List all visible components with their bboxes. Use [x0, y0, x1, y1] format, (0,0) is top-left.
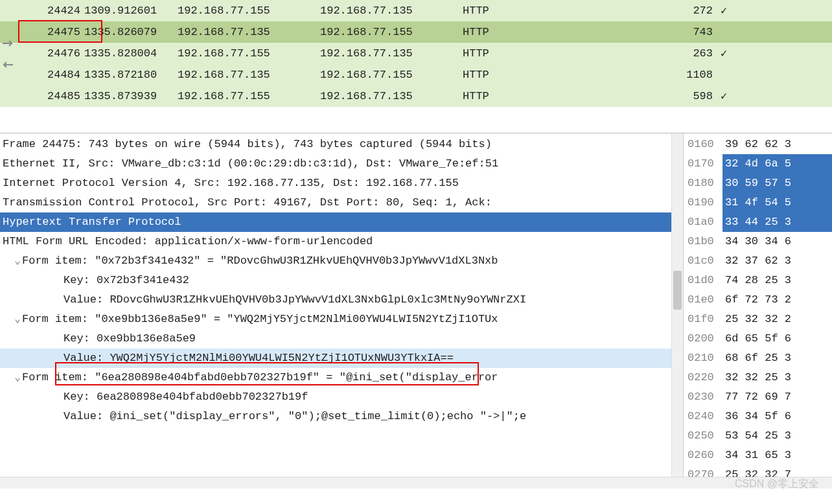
hex-row[interactable]: 027025 32 32 7 — [684, 465, 832, 477]
col-length: 272 — [640, 5, 713, 17]
chevron-down-icon[interactable]: ⌄ — [13, 310, 22, 329]
hex-offset: 0210 — [684, 349, 722, 368]
hex-bytes: 6f 72 73 2 — [722, 290, 832, 310]
hex-row[interactable]: 024036 34 5f 6 — [684, 407, 832, 426]
tree-key-1[interactable]: Key: 0x72b3f341e432 — [0, 271, 683, 290]
packet-row[interactable]: 244841335.872180192.168.77.135192.168.77… — [0, 64, 832, 86]
hex-offset: 0230 — [684, 387, 722, 407]
hex-bytes: 32 32 25 3 — [722, 368, 832, 387]
hex-row[interactable]: 021068 6f 25 3 — [684, 349, 832, 368]
hex-bytes: 74 28 25 3 — [722, 271, 832, 290]
check-icon: ✓ — [717, 5, 727, 17]
tree-eth[interactable]: ›Ethernet II, Src: VMware_db:c3:1d (00:0… — [0, 154, 683, 174]
tree-form-item-2[interactable]: ⌄Form item: "0xe9bb136e8a5e9" = "YWQ2MjY… — [0, 310, 683, 329]
packet-details-pane[interactable]: ›Frame 24475: 743 bytes on wire (5944 bi… — [0, 133, 684, 477]
chevron-down-icon[interactable]: ⌄ — [13, 251, 22, 271]
hex-row[interactable]: 025053 54 25 3 — [684, 426, 832, 446]
col-time: 1309.912601 — [80, 5, 174, 17]
hex-row[interactable]: 01a033 44 25 3 — [684, 212, 832, 232]
col-source: 192.168.77.155 — [174, 47, 316, 60]
hex-offset: 01f0 — [684, 310, 722, 329]
col-dest: 192.168.77.155 — [316, 26, 459, 38]
hex-offset: 0180 — [684, 174, 722, 193]
hex-bytes: 34 31 65 3 — [722, 446, 832, 465]
col-time: 1335.826079 — [80, 26, 174, 38]
col-dest: 192.168.77.155 — [316, 69, 459, 81]
col-dest: 192.168.77.135 — [316, 5, 459, 17]
col-source: 192.168.77.155 — [174, 90, 316, 102]
packet-list[interactable]: 244241309.912601192.168.77.155192.168.77… — [0, 0, 832, 107]
hex-offset: 0170 — [684, 154, 722, 174]
hex-offset: 0160 — [684, 135, 722, 154]
tree-http[interactable]: ›Hypertext Transfer Protocol — [0, 212, 683, 232]
hex-bytes: 25 32 32 2 — [722, 310, 832, 329]
tree-key-2[interactable]: Key: 0xe9bb136e8a5e9 — [0, 329, 683, 349]
check-icon: ✓ — [717, 91, 727, 103]
hex-bytes: 33 44 25 3 — [722, 212, 832, 232]
hex-row[interactable]: 023077 72 69 7 — [684, 387, 832, 407]
packet-row[interactable]: 244851335.873939192.168.77.155192.168.77… — [0, 86, 832, 107]
hex-offset: 0250 — [684, 426, 722, 446]
tree-frame[interactable]: ›Frame 24475: 743 bytes on wire (5944 bi… — [0, 135, 683, 154]
tree-form-encoded[interactable]: ⌄HTML Form URL Encoded: application/x-ww… — [0, 232, 683, 251]
arrow-right-icon — [1, 37, 14, 50]
hex-offset: 0220 — [684, 368, 722, 387]
hex-bytes: 30 59 57 5 — [722, 174, 832, 193]
hex-bytes: 32 37 62 3 — [722, 251, 832, 271]
hex-row[interactable]: 022032 32 25 3 — [684, 368, 832, 387]
hex-offset: 01e0 — [684, 290, 722, 310]
hex-offset: 01b0 — [684, 232, 722, 251]
col-dest: 192.168.77.135 — [316, 90, 459, 102]
col-info: ✓ — [713, 4, 832, 17]
hex-bytes: 25 32 32 7 — [722, 465, 832, 477]
hex-bytes: 34 30 34 6 — [722, 232, 832, 251]
hex-bytes: 77 72 69 7 — [722, 387, 832, 407]
tree-value-2[interactable]: Value: YWQ2MjY5YjctM2NlMi00YWU4LWI5N2YtZ… — [0, 349, 683, 368]
hex-row[interactable]: 01c032 37 62 3 — [684, 251, 832, 271]
arrow-left-icon — [1, 58, 14, 71]
packet-row[interactable]: 244241309.912601192.168.77.155192.168.77… — [0, 0, 832, 21]
hex-row[interactable]: 01e06f 72 73 2 — [684, 290, 832, 310]
hex-offset: 0240 — [684, 407, 722, 426]
hex-row[interactable]: 01d074 28 25 3 — [684, 271, 832, 290]
hex-row[interactable]: 018030 59 57 5 — [684, 174, 832, 193]
tree-tcp[interactable]: ›Transmission Control Protocol, Src Port… — [0, 193, 683, 212]
col-protocol: HTTP — [459, 26, 640, 38]
horizontal-scrollbar[interactable] — [0, 477, 832, 488]
tree-ip[interactable]: ›Internet Protocol Version 4, Src: 192.1… — [0, 174, 683, 193]
packet-row[interactable]: 244751335.826079192.168.77.135192.168.77… — [0, 21, 832, 43]
hex-pane[interactable]: 016039 62 62 3017032 4d 6a 5018030 59 57… — [684, 133, 832, 477]
col-no: 24424 — [16, 5, 80, 17]
chevron-down-icon[interactable]: ⌄ — [13, 368, 22, 387]
scrollbar-thumb[interactable] — [673, 271, 682, 310]
col-length: 598 — [640, 90, 713, 102]
tree-form-item-3[interactable]: ⌄Form item: "6ea280898e404bfabd0ebb70232… — [0, 368, 683, 387]
hex-row[interactable]: 01f025 32 32 2 — [684, 310, 832, 329]
col-protocol: HTTP — [459, 69, 640, 81]
tree-form-item-1[interactable]: ⌄Form item: "0x72b3f341e432" = "RDovcGhw… — [0, 251, 683, 271]
hex-row[interactable]: 016039 62 62 3 — [684, 135, 832, 154]
hex-bytes: 39 62 62 3 — [722, 135, 832, 154]
col-no: 24484 — [16, 69, 80, 81]
col-info: ✓ — [713, 47, 832, 60]
col-length: 743 — [640, 26, 713, 38]
tree-value-1[interactable]: Value: RDovcGhwU3R1ZHkvUEhQVHV0b3JpYWwvV… — [0, 290, 683, 310]
hex-offset: 01a0 — [684, 212, 722, 232]
hex-row[interactable]: 019031 4f 54 5 — [684, 193, 832, 212]
tree-value-3[interactable]: Value: @ini_set("display_errors", "0");@… — [0, 407, 683, 426]
col-time: 1335.872180 — [80, 69, 174, 81]
hex-row[interactable]: 017032 4d 6a 5 — [684, 154, 832, 174]
hex-bytes: 36 34 5f 6 — [722, 407, 832, 426]
details-scrollbar[interactable] — [671, 133, 683, 477]
tree-key-3[interactable]: Key: 6ea280898e404bfabd0ebb702327b19f — [0, 387, 683, 407]
col-time: 1335.873939 — [80, 90, 174, 102]
hex-bytes: 53 54 25 3 — [722, 426, 832, 446]
col-length: 263 — [640, 47, 713, 60]
hex-row[interactable]: 02006d 65 5f 6 — [684, 329, 832, 349]
col-no: 24475 — [16, 26, 80, 38]
hex-row[interactable]: 026034 31 65 3 — [684, 446, 832, 465]
hex-row[interactable]: 01b034 30 34 6 — [684, 232, 832, 251]
hex-offset: 01c0 — [684, 251, 722, 271]
col-time: 1335.828004 — [80, 47, 174, 60]
packet-row[interactable]: 244761335.828004192.168.77.155192.168.77… — [0, 43, 832, 64]
